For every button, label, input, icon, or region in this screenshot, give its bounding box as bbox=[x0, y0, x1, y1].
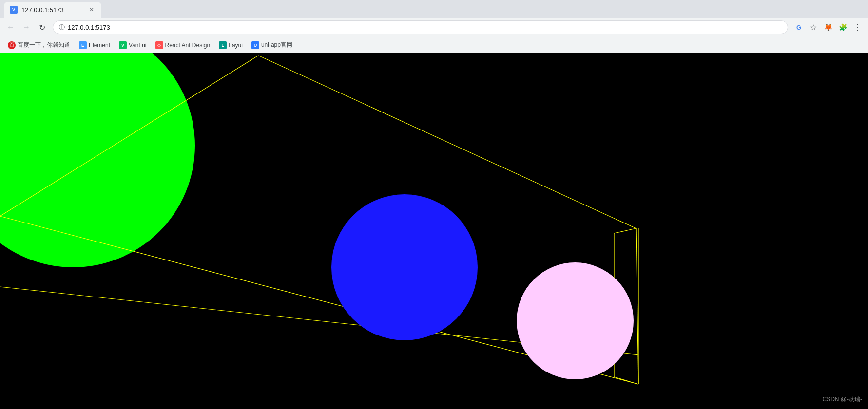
forward-icon: → bbox=[22, 23, 30, 32]
translate-icon: G bbox=[796, 24, 801, 31]
url-text: 127.0.0.1:5173 bbox=[68, 24, 782, 31]
tab-title: 127.0.0.1:5173 bbox=[21, 6, 84, 14]
bookmark-uniapp-label: uni-app官网 bbox=[261, 41, 292, 49]
toolbar-actions: G ☆ 🦊 🧩 ⋮ bbox=[792, 20, 864, 34]
fox-icon: 🦊 bbox=[824, 23, 832, 31]
svg-line-3 bbox=[636, 228, 638, 384]
watermark: CSDN @-耿瑞- bbox=[822, 395, 862, 404]
fox-extension-button[interactable]: 🦊 bbox=[821, 20, 835, 34]
puzzle-icon: 🧩 bbox=[839, 23, 847, 31]
menu-button[interactable]: ⋮ bbox=[850, 20, 864, 34]
tab-close-button[interactable]: ✕ bbox=[88, 6, 96, 14]
blue-circle bbox=[331, 194, 478, 340]
green-circle bbox=[0, 53, 195, 267]
uniapp-favicon: U bbox=[251, 41, 259, 49]
bookmark-baidu-label: 百度一下，你就知道 bbox=[18, 41, 70, 49]
bookmarks-bar: 百 百度一下，你就知道 E Element V Vant ui ◇ React … bbox=[0, 37, 868, 53]
bookmark-layui[interactable]: L Layui bbox=[215, 39, 247, 51]
element-favicon: E bbox=[79, 41, 87, 49]
pink-circle bbox=[517, 262, 634, 379]
bookmark-react-ant[interactable]: ◇ React Ant Design bbox=[152, 39, 214, 51]
bookmark-baidu[interactable]: 百 百度一下，你就知道 bbox=[4, 39, 74, 51]
canvas-area: CSDN @-耿瑞- bbox=[0, 53, 868, 409]
active-tab[interactable]: V 127.0.0.1:5173 ✕ bbox=[4, 2, 101, 18]
back-button[interactable]: ← bbox=[4, 20, 18, 34]
baidu-favicon: 百 bbox=[8, 41, 16, 49]
bookmark-react-ant-label: React Ant Design bbox=[165, 42, 211, 49]
bookmark-vant-label: Vant ui bbox=[129, 42, 146, 49]
bookmark-element-label: Element bbox=[89, 42, 110, 49]
tab-favicon: V bbox=[10, 6, 18, 14]
svg-line-6 bbox=[614, 228, 636, 233]
star-icon: ☆ bbox=[810, 23, 817, 32]
svg-line-0 bbox=[258, 56, 636, 228]
dots-icon: ⋮ bbox=[853, 23, 862, 32]
reload-icon: ↻ bbox=[39, 23, 45, 32]
back-icon: ← bbox=[7, 23, 15, 32]
security-icon: ⓘ bbox=[59, 23, 65, 32]
puzzle-extension-button[interactable]: 🧩 bbox=[836, 20, 849, 34]
translate-button[interactable]: G bbox=[792, 20, 806, 34]
react-ant-favicon: ◇ bbox=[155, 41, 163, 49]
layui-favicon: L bbox=[219, 41, 227, 49]
reload-button[interactable]: ↻ bbox=[35, 20, 49, 34]
address-bar[interactable]: ⓘ 127.0.0.1:5173 bbox=[53, 20, 788, 34]
watermark-text: CSDN @-耿瑞- bbox=[822, 396, 862, 403]
browser-chrome: V 127.0.0.1:5173 ✕ ← → ↻ ⓘ 127.0.0.1:517… bbox=[0, 0, 868, 53]
bookmark-button[interactable]: ☆ bbox=[807, 20, 820, 34]
bookmark-uniapp[interactable]: U uni-app官网 bbox=[248, 39, 296, 51]
toolbar: ← → ↻ ⓘ 127.0.0.1:5173 G ☆ 🦊 🧩 bbox=[0, 18, 868, 37]
bookmark-layui-label: Layui bbox=[229, 42, 243, 49]
forward-button[interactable]: → bbox=[19, 20, 33, 34]
tab-bar: V 127.0.0.1:5173 ✕ bbox=[0, 0, 868, 18]
bookmark-vant[interactable]: V Vant ui bbox=[115, 39, 150, 51]
svg-line-7 bbox=[614, 377, 638, 384]
vant-favicon: V bbox=[119, 41, 127, 49]
bookmark-element[interactable]: E Element bbox=[75, 39, 114, 51]
